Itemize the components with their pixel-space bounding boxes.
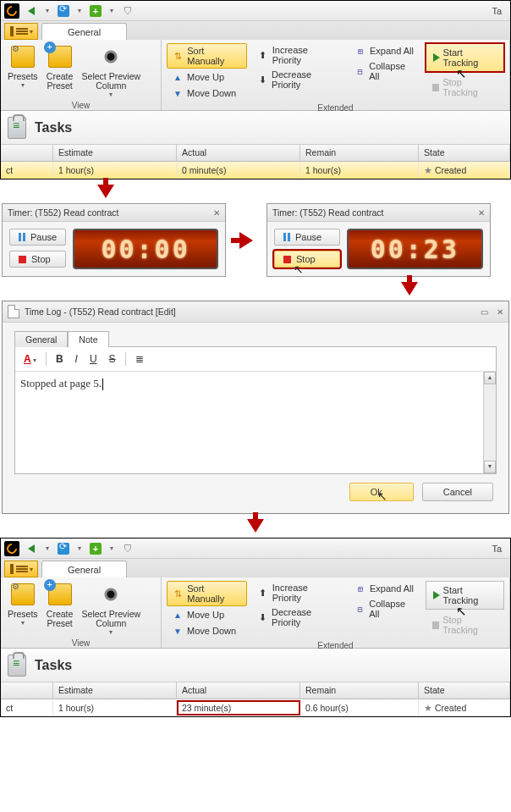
tab-general[interactable]: General [41, 23, 127, 40]
dialog-tabs: General Note [14, 331, 497, 347]
timer-display: 00:23 [347, 229, 483, 269]
nav-back-button[interactable] [23, 3, 40, 19]
col-actual[interactable]: Actual [177, 682, 300, 699]
bold-button[interactable]: B [51, 351, 69, 367]
move-up-button[interactable]: ▲Move Up [167, 607, 247, 622]
down-arrow-icon [247, 519, 264, 533]
font-color-button[interactable]: A [19, 351, 41, 367]
title-bar: ▾ ▾ + ▾ ⛉ Ta [1, 539, 510, 559]
window-title: Ta [492, 6, 507, 16]
ribbon-tabstrip: ▾ General [1, 21, 510, 40]
table-row[interactable]: ct 1 hour(s) 0 minute(s) 1 hour(s) ★ Cre… [1, 162, 510, 179]
clipboard-icon [8, 655, 26, 677]
minimize-icon[interactable]: ▭ [481, 307, 488, 317]
scroll-down-button[interactable]: ▾ [484, 461, 496, 473]
nav-back-button[interactable] [23, 541, 40, 556]
collapse-all-button[interactable]: ⊟Collapse All [349, 59, 420, 83]
shield-icon[interactable]: ⛉ [119, 3, 136, 19]
move-down-button[interactable]: ▼Move Down [167, 623, 247, 638]
refresh-dropdown[interactable]: ▾ [75, 541, 84, 556]
tab-general[interactable]: General [14, 331, 68, 347]
new-dropdown[interactable]: ▾ [107, 3, 116, 19]
pause-icon [19, 233, 25, 241]
select-preview-column-button[interactable]: Select Preview Column▾ [79, 579, 144, 638]
new-button[interactable]: + [87, 541, 104, 556]
tab-note[interactable]: Note [68, 331, 108, 347]
timer-window-before: Timer: (T552) Read contract ✕ Pause Stop… [2, 203, 226, 277]
scrollbar[interactable]: ▴ ▾ [483, 372, 496, 473]
decrease-priority-button[interactable]: ⬇Decrease Priority [252, 68, 344, 91]
app-icon [4, 541, 19, 556]
app-menu-button[interactable]: ▾ [4, 561, 38, 577]
underline-button[interactable]: U [85, 351, 102, 367]
clipboard-icon [8, 117, 26, 139]
decrease-priority-button[interactable]: ⬇Decrease Priority [252, 605, 344, 629]
strike-button[interactable]: S [104, 351, 121, 367]
pause-button[interactable]: Pause [9, 229, 66, 246]
app-icon [4, 3, 19, 19]
sort-manually-button[interactable]: ⇅Sort Manually [167, 43, 247, 69]
timer-display: 00:00 [73, 229, 218, 269]
col-state[interactable]: State [419, 145, 510, 161]
presets-button[interactable]: Presets ▾ [4, 41, 41, 91]
italic-button[interactable]: I [70, 351, 83, 367]
col-remain[interactable]: Remain [300, 682, 419, 699]
pause-button[interactable]: Pause [274, 229, 340, 246]
select-preview-column-button[interactable]: Select Preview Column ▾ [79, 41, 144, 100]
star-icon: ★ [424, 165, 432, 175]
new-button[interactable]: + [87, 3, 104, 19]
col-actual[interactable]: Actual [177, 145, 300, 161]
cursor-icon: ↖ [377, 489, 387, 503]
expand-all-button[interactable]: ⊞Expand All [349, 43, 420, 58]
note-editor[interactable]: Stopped at page 5. ▴ ▾ [15, 372, 496, 473]
refresh-button[interactable] [55, 541, 72, 556]
tasks-header: Tasks [1, 111, 510, 145]
create-preset-button[interactable]: Create Preset [43, 579, 77, 630]
app-menu-button[interactable]: ▾ [4, 23, 38, 40]
ok-button[interactable]: Ok↖ [349, 483, 414, 501]
pause-icon [283, 233, 290, 241]
move-down-button[interactable]: ▼Move Down [167, 86, 247, 101]
cancel-button[interactable]: Cancel [422, 483, 493, 501]
expand-all-button[interactable]: ⊞Expand All [349, 581, 420, 596]
stop-button[interactable]: Stop [9, 251, 66, 268]
cursor-icon: ↖ [456, 66, 467, 80]
refresh-dropdown[interactable]: ▾ [75, 3, 84, 19]
increase-priority-button[interactable]: ⬆Increase Priority [252, 581, 344, 605]
stop-icon [432, 621, 440, 629]
presets-button[interactable]: Presets▾ [4, 579, 41, 628]
nav-back-dropdown[interactable]: ▾ [43, 3, 52, 19]
close-icon[interactable]: ✕ [497, 307, 503, 317]
col-estimate[interactable]: Estimate [53, 682, 177, 699]
sort-manually-button[interactable]: ⇅Sort Manually [167, 581, 247, 606]
stop-icon [432, 84, 440, 91]
col-state[interactable]: State [419, 682, 510, 699]
document-icon [8, 305, 19, 318]
new-dropdown[interactable]: ▾ [107, 541, 116, 556]
shield-icon[interactable]: ⛉ [119, 541, 136, 556]
create-preset-button[interactable]: Create Preset [43, 41, 77, 92]
nav-back-dropdown[interactable]: ▾ [43, 541, 52, 556]
editor-toolbar: A B I U S ≣ [15, 347, 496, 372]
refresh-button[interactable] [55, 3, 72, 19]
stop-button[interactable]: Stop↖ [274, 251, 340, 268]
move-up-button[interactable]: ▲Move Up [167, 69, 247, 85]
close-icon[interactable]: ✕ [213, 208, 220, 218]
scroll-up-button[interactable]: ▴ [484, 372, 496, 384]
star-icon: ★ [424, 703, 432, 713]
ribbon: Presets▾ Create Preset Select Preview Co… [1, 577, 510, 649]
down-arrow-icon [401, 282, 418, 296]
table-row[interactable]: ct 1 hour(s) 23 minute(s) 0.6 hour(s) ★ … [1, 699, 510, 716]
col-remain[interactable]: Remain [300, 145, 419, 161]
col-estimate[interactable]: Estimate [53, 145, 177, 161]
table-header: Estimate Actual Remain State [1, 145, 510, 162]
increase-priority-button[interactable]: ⬆Increase Priority [252, 43, 344, 67]
time-log-dialog: Time Log - (T552) Read contract [Edit] ▭… [2, 301, 509, 514]
stop-icon [19, 256, 26, 263]
ribbon: Presets ▾ Create Preset Select Preview C… [1, 40, 510, 111]
close-icon[interactable]: ✕ [478, 208, 485, 218]
play-icon [433, 53, 440, 62]
collapse-all-button[interactable]: ⊟Collapse All [349, 597, 420, 621]
tab-general[interactable]: General [41, 561, 127, 577]
list-button[interactable]: ≣ [130, 351, 149, 367]
